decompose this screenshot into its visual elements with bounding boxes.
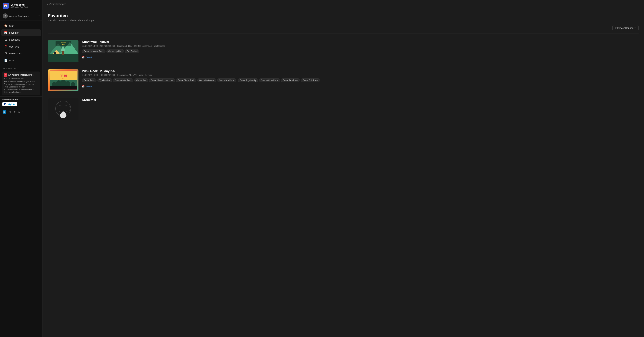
calendar-icon: 📅 [4, 31, 8, 34]
event-info-prhi: Punk Rock Holiday 2.4 05.08.2024 10:00 -… [82, 69, 638, 88]
svg-rect-1 [48, 54, 78, 62]
event-image-kronefest [48, 98, 78, 120]
filter-button[interactable]: Filter ausklappen ▾ [612, 25, 638, 31]
event-info-kronefest: Kronefest [82, 98, 638, 103]
chevron-down-icon: ▾ [38, 15, 40, 17]
event-location: Dijaška ulica 18, 5220 Tolmin, Slovenia [117, 74, 152, 76]
avatar: A [3, 14, 8, 18]
paypal-section: Unterstütze mit PPayPal [0, 96, 42, 108]
tag-celtic-punk: Genre:Celtic Punk [113, 78, 133, 82]
prhi-art: PR HI 2.4 [48, 69, 78, 92]
more-options-button-prhi[interactable]: ⋮ [633, 69, 638, 74]
kronefest-art [48, 98, 78, 120]
app-name: EventSpotter [10, 4, 28, 6]
event-title[interactable]: Kunstmue Festival [82, 40, 638, 44]
page-subtitle: Hier sind deine favorisierten Veranstalt… [48, 19, 638, 22]
more-options-button-kronefest[interactable]: ⋮ [633, 98, 638, 104]
sidebar-item-label: Datenschutz [9, 52, 22, 55]
paypal-badge[interactable]: PPayPal [2, 102, 17, 106]
linkedin-icon[interactable]: in [3, 110, 6, 114]
kunstmue-art: KUNST MUE [48, 40, 78, 62]
calendar-icon: 📅 [82, 85, 84, 88]
tag-hardcore-punk: Genre:Hardcore Punk [82, 49, 106, 53]
tag-festival: Typ:Festival [125, 49, 140, 53]
help-icon: ❓ [4, 45, 8, 48]
back-button[interactable]: ‹ Veranstaltungen [47, 3, 66, 6]
chevron-left-icon: ‹ [47, 3, 48, 6]
sidebar: 📅 EventSpotter All Events, One Spot A An… [0, 0, 42, 337]
favorite-button-kunstmue[interactable]: 📅 Favorit [82, 55, 92, 59]
app-header: 📅 EventSpotter All Events, One Spot [0, 0, 42, 12]
news-card: AK AK Kulturmonat November Kultur zum ha… [2, 72, 40, 95]
tag-ska-punk: Genre:Ska Punk [217, 78, 236, 82]
svg-rect-8 [56, 41, 71, 46]
more-options-button-kunstmue[interactable]: ⋮ [633, 40, 638, 45]
main-nav: 🏠 Start 📅 Favoriten ⊞ Feedback ❓ Über Un… [0, 21, 42, 66]
favorite-button-prhi[interactable]: 📅 Favorit [82, 84, 92, 88]
sidebar-item-label: Favoriten [9, 32, 19, 34]
filter-bar: Filter ausklappen ▾ [48, 25, 638, 34]
main-content: ‹ Veranstaltungen Favoriten Hier sind de… [42, 0, 644, 337]
news-section-label: Neuigkeiten [0, 66, 42, 70]
svg-text:PR HI: PR HI [60, 74, 67, 77]
github-icon[interactable]: ⊙ [8, 110, 11, 114]
kronefest-illustration [48, 98, 78, 120]
content-area: Favoriten Hier sind deine favorisierten … [42, 8, 644, 337]
news-tagline: Kultur zum halben Preis! [4, 77, 38, 79]
svg-rect-18 [50, 86, 77, 90]
event-date: 26.07.2024 14:00 - 28.07.2024 02:00 [82, 45, 116, 47]
news-title: AK Kulturmonat November [8, 74, 34, 76]
paypal-icon-2: PayPal [6, 102, 16, 106]
shield-icon: 🛡 [4, 52, 8, 55]
svg-text:KUNST: KUNST [61, 42, 66, 44]
event-info-kunstmue: Kunstmue Festival 26.07.2024 14:00 - 28.… [82, 40, 638, 59]
tag-skate-punk: Genre:Skate Punk [176, 78, 196, 82]
tag-ska: Genre:Ska [134, 78, 148, 82]
event-tags: Genre:Hardcore Punk Genre:Hip Hop Typ:Fe… [82, 49, 638, 53]
document-icon: 📄 [4, 59, 8, 62]
event-title[interactable]: Kronefest [82, 98, 638, 102]
chevron-down-icon: ▾ [634, 27, 636, 30]
sidebar-item-favoriten[interactable]: 📅 Favoriten [1, 30, 41, 36]
sidebar-item-uber-uns[interactable]: ❓ Über Uns [1, 43, 41, 50]
svg-point-28 [62, 112, 65, 115]
event-title[interactable]: Punk Rock Holiday 2.4 [82, 69, 638, 73]
app-tagline: All Events, One Spot [10, 6, 28, 8]
tag-folk-punk: Genre:Folk Punk [301, 78, 320, 82]
tag-melodic-hardcore: Genre:Melodic Hardcore [149, 78, 175, 82]
sidebar-item-start[interactable]: 🏠 Start [1, 22, 41, 29]
event-image-kunstmue: KUNST MUE [48, 40, 78, 62]
event-separator: · [116, 45, 117, 47]
sidebar-item-label: AGB [9, 59, 14, 62]
sidebar-item-datenschutz[interactable]: 🛡 Datenschutz [1, 50, 41, 57]
svg-text:2.4: 2.4 [62, 78, 64, 80]
tag-psychobilly: Genre:Psychobilly [238, 78, 258, 82]
event-date: 05.08.2024 10:00 - 10.08.2024 10:00 [82, 74, 116, 76]
event-tags: Genre:Punk Typ:Festival Genre:Celtic Pun… [82, 78, 638, 82]
sidebar-item-label: Über Uns [9, 45, 19, 48]
sidebar-item-label: Feedback [9, 38, 20, 41]
svg-text:MUE: MUE [62, 44, 65, 45]
news-body: Im Kulturmonat November gibt es 100 Proz… [4, 80, 38, 94]
twitter-icon[interactable]: 𝕏 [18, 110, 20, 114]
event-image-prhi: PR HI 2.4 [48, 69, 78, 92]
event-location: Gschwandt 115, 4822 Bad Goisern am Halls… [117, 45, 166, 47]
tag-pop-punk: Genre:Pop Punk [281, 78, 300, 82]
paypal-icon: P [4, 102, 6, 106]
paypal-label: Unterstütze mit [2, 98, 40, 101]
tag-festival: Typ:Festival [98, 78, 112, 82]
tag-hip-hop: Genre:Hip Hop [106, 49, 124, 53]
app-logo: 📅 [3, 3, 9, 9]
stackoverflow-icon[interactable]: ⊕ [14, 110, 16, 114]
sidebar-item-feedback[interactable]: ⊞ Feedback [1, 36, 41, 43]
sidebar-item-label: Start [9, 24, 14, 27]
user-menu[interactable]: A Andreas Schöngru... ▾ [0, 12, 42, 21]
event-separator: · [116, 74, 117, 76]
grid-icon: ⊞ [4, 38, 8, 41]
sidebar-item-agb[interactable]: 📄 AGB [1, 57, 41, 64]
logo-icon: 📅 [4, 4, 8, 8]
kunstmue-illustration: KUNST MUE [48, 40, 78, 62]
facebook-icon[interactable]: f [22, 110, 23, 114]
svg-rect-7 [54, 52, 56, 54]
calendar-icon: 📅 [82, 56, 84, 58]
